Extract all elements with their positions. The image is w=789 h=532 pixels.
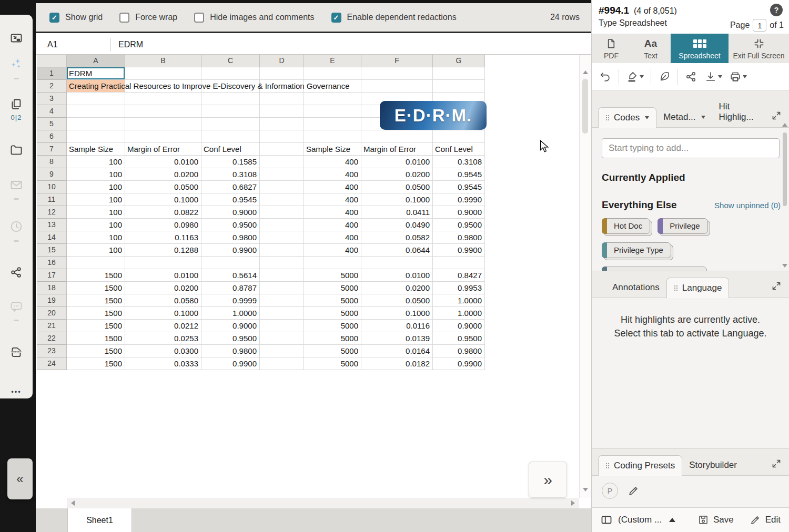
cell-F11[interactable]: 0.1000 bbox=[361, 193, 433, 206]
checkbox-show-grid[interactable]: ✓Show grid bbox=[49, 13, 103, 23]
row-header-8[interactable]: 8 bbox=[37, 156, 67, 168]
cell-E13[interactable]: 400 bbox=[304, 219, 361, 231]
cell-B20[interactable]: 0.1000 bbox=[125, 307, 201, 320]
row-header-13[interactable]: 13 bbox=[37, 219, 67, 231]
print-icon[interactable] bbox=[729, 70, 747, 83]
sheet-tab-sheet1[interactable]: Sheet1 bbox=[67, 508, 132, 532]
row-header-2[interactable]: 2 bbox=[37, 80, 67, 93]
cell-A17[interactable]: 1500 bbox=[67, 269, 125, 282]
cell-B24[interactable]: 0.0333 bbox=[125, 357, 201, 370]
cell-F24[interactable]: 0.0182 bbox=[361, 357, 433, 370]
tab-language[interactable]: Language bbox=[666, 278, 730, 298]
cell-D12[interactable] bbox=[260, 206, 304, 219]
row-header-1[interactable]: 1 bbox=[37, 67, 67, 80]
drag-handle-icon[interactable] bbox=[605, 115, 610, 121]
cell-F16[interactable] bbox=[361, 257, 433, 269]
cell-G13[interactable]: 0.9500 bbox=[433, 219, 485, 231]
code-tag-privilege[interactable]: Privilege bbox=[658, 218, 708, 234]
codes-scrollbar[interactable] bbox=[782, 123, 788, 268]
cell-C13[interactable]: 0.9500 bbox=[201, 219, 260, 231]
preset-avatar[interactable]: P bbox=[602, 483, 618, 499]
row-header-6[interactable]: 6 bbox=[37, 130, 67, 143]
cell-C10[interactable]: 0.6827 bbox=[201, 181, 260, 193]
cell-G20[interactable]: 1.0000 bbox=[433, 307, 485, 320]
shrink-viewer-icon[interactable] bbox=[0, 32, 33, 45]
cell-E5[interactable] bbox=[304, 118, 361, 130]
cell-C6[interactable] bbox=[201, 130, 260, 143]
tab-metad-[interactable]: Metad... bbox=[656, 107, 712, 127]
cell-B15[interactable]: 0.1288 bbox=[125, 244, 201, 257]
row-header-23[interactable]: 23 bbox=[37, 345, 67, 357]
cell-D9[interactable] bbox=[260, 168, 304, 181]
cell-B17[interactable]: 0.0100 bbox=[125, 269, 201, 282]
collapse-sidebar-button[interactable]: « bbox=[7, 458, 33, 499]
chevron-down-icon[interactable] bbox=[640, 75, 644, 78]
cell-A19[interactable]: 1500 bbox=[67, 294, 125, 307]
vertical-scrollbar-thumb[interactable] bbox=[582, 79, 588, 134]
cell-F1[interactable] bbox=[361, 67, 433, 80]
row-header-20[interactable]: 20 bbox=[37, 307, 67, 320]
row-header-5[interactable]: 5 bbox=[37, 118, 67, 130]
cell-B23[interactable]: 0.0300 bbox=[125, 345, 201, 357]
drag-handle-icon[interactable] bbox=[674, 285, 678, 291]
cell-B7[interactable]: Margin of Error bbox=[125, 143, 201, 156]
cell-A21[interactable]: 1500 bbox=[67, 320, 125, 332]
cell-A2[interactable]: Creating Practical Resources to Improve … bbox=[67, 80, 125, 93]
cell-A13[interactable]: 100 bbox=[67, 219, 125, 231]
expand-panel-icon[interactable] bbox=[771, 458, 782, 469]
cell-D8[interactable] bbox=[260, 156, 304, 168]
cell-G23[interactable]: 0.9800 bbox=[433, 345, 485, 357]
cell-E8[interactable]: 400 bbox=[304, 156, 361, 168]
cell-D5[interactable] bbox=[260, 118, 304, 130]
horizontal-scrollbar[interactable] bbox=[67, 498, 579, 508]
cell-D23[interactable] bbox=[260, 345, 304, 357]
cell-D22[interactable] bbox=[260, 332, 304, 345]
checkbox-hide-images-and-comments[interactable]: Hide images and comments bbox=[194, 13, 314, 23]
show-unpinned-link[interactable]: Show unpinned (0) bbox=[714, 201, 781, 210]
code-tag-privilege-type[interactable]: Privilege Type bbox=[602, 242, 671, 258]
row-header-21[interactable]: 21 bbox=[37, 320, 67, 332]
cell-B22[interactable]: 0.0253 bbox=[125, 332, 201, 345]
cell-C1[interactable] bbox=[201, 67, 260, 80]
cell-D18[interactable] bbox=[260, 282, 304, 294]
cell-B5[interactable] bbox=[125, 118, 201, 130]
cell-A23[interactable]: 1500 bbox=[67, 345, 125, 357]
cell-D7[interactable] bbox=[260, 143, 304, 156]
view-button-pdf[interactable]: PDF bbox=[592, 34, 631, 63]
cell-F20[interactable]: 0.1000 bbox=[361, 307, 433, 320]
cell-A16[interactable] bbox=[67, 257, 125, 269]
cell-D19[interactable] bbox=[260, 294, 304, 307]
scroll-right-icon[interactable] bbox=[571, 500, 575, 506]
cell-B1[interactable] bbox=[125, 67, 201, 80]
cell-G17[interactable]: 0.8427 bbox=[433, 269, 485, 282]
email-icon[interactable] bbox=[0, 178, 33, 192]
cell-C19[interactable]: 0.9999 bbox=[201, 294, 260, 307]
cell-F21[interactable]: 0.0116 bbox=[361, 320, 433, 332]
cell-E22[interactable]: 5000 bbox=[304, 332, 361, 345]
cell-F8[interactable]: 0.0100 bbox=[361, 156, 433, 168]
chevron-down-icon[interactable] bbox=[743, 75, 747, 78]
cell-G19[interactable]: 1.0000 bbox=[433, 294, 485, 307]
cell-G11[interactable]: 0.9990 bbox=[433, 193, 485, 206]
select-all-corner[interactable] bbox=[37, 55, 67, 67]
cell-G8[interactable]: 0.3108 bbox=[433, 156, 485, 168]
cell-C24[interactable]: 0.9900 bbox=[201, 357, 260, 370]
chevron-down-icon[interactable] bbox=[701, 116, 705, 119]
cell-B6[interactable] bbox=[125, 130, 201, 143]
cell-B16[interactable] bbox=[125, 257, 201, 269]
cell-E12[interactable]: 400 bbox=[304, 206, 361, 219]
cell-E1[interactable] bbox=[304, 67, 361, 80]
document-scan-icon[interactable] bbox=[0, 345, 33, 359]
row-header-24[interactable]: 24 bbox=[37, 357, 67, 370]
cell-E21[interactable]: 5000 bbox=[304, 320, 361, 332]
row-header-11[interactable]: 11 bbox=[37, 193, 67, 206]
row-header-14[interactable]: 14 bbox=[37, 231, 67, 244]
next-document-button[interactable]: » bbox=[529, 462, 567, 498]
redaction-feather-icon[interactable] bbox=[658, 70, 671, 83]
cell-C4[interactable] bbox=[201, 105, 260, 118]
cell-F15[interactable]: 0.0644 bbox=[361, 244, 433, 257]
cell-E19[interactable]: 5000 bbox=[304, 294, 361, 307]
cell-B10[interactable]: 0.0500 bbox=[125, 181, 201, 193]
cell-B4[interactable] bbox=[125, 105, 201, 118]
cell-D14[interactable] bbox=[260, 231, 304, 244]
